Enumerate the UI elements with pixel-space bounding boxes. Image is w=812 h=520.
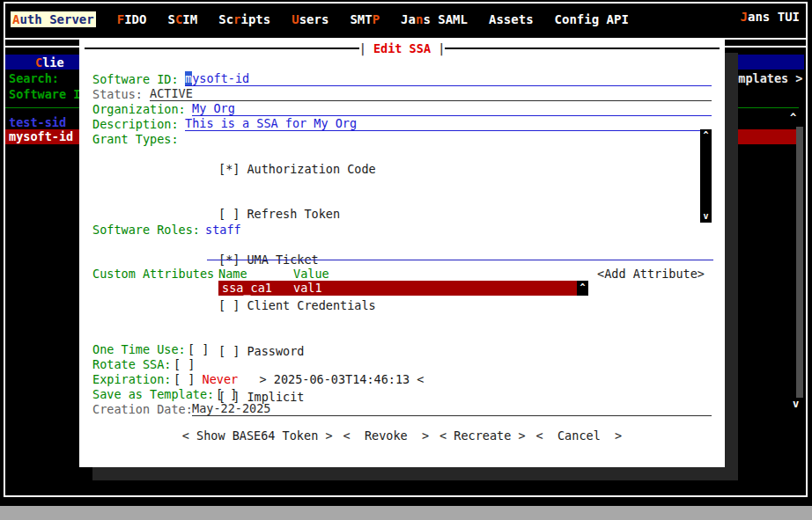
software-roles-field-underline [207, 260, 713, 260]
hotkey-letter: r [233, 12, 240, 26]
rotate-ssa-label: Rotate SSA: [92, 357, 173, 371]
checkbox-glyph: [ ] [218, 207, 240, 221]
menu-item-jans-saml[interactable]: Jans SAML [401, 12, 468, 26]
rotate-ssa-checkbox[interactable]: [ ] [173, 357, 195, 371]
software-id-value[interactable]: mysoft-id [185, 71, 712, 86]
field-status: Status: ACTIVE [92, 86, 712, 101]
organization-value[interactable]: My Org [192, 101, 712, 116]
menu-item-config-api[interactable]: Config API [555, 12, 629, 26]
field-creation-date: Creation Date: May-22-2025 [92, 401, 712, 416]
dialog-button-row: < Show BASE64 Token > < Revoke > < Recre… [92, 428, 712, 443]
hotkey-letter: P [373, 12, 380, 26]
checkbox-client-credentials[interactable]: [ ]Client Credentials [218, 298, 376, 313]
custom-attributes-header: Custom Attributes Name Value <Add Attrib… [79, 267, 725, 282]
menu-item-auth-server[interactable]: Auth Server [11, 11, 96, 27]
field-save-as-template: Save as Template: [ ] [92, 386, 712, 401]
tab-hotkey-letter: C [35, 55, 42, 70]
software-id-label: Software ID: [92, 72, 185, 86]
attr-name-header: Name [218, 267, 247, 281]
menu-item-scim[interactable]: SCIM [167, 12, 197, 26]
app-brand: Jans TUI [741, 10, 800, 24]
software-id-column-label: Software I [9, 87, 80, 101]
attr-value-header: Value [293, 267, 329, 281]
title-rule-right [445, 48, 720, 49]
creation-date-value: May-22-2025 [192, 401, 712, 416]
field-organization[interactable]: Organization: My Org [92, 101, 712, 116]
software-roles-label: Software Roles: [92, 223, 205, 237]
checkbox-glyph: [ ] [218, 298, 240, 312]
search-label: Search: [9, 71, 59, 85]
menu-item-smtp[interactable]: SMTP [350, 12, 380, 26]
save-as-template-checkbox[interactable]: [ ] [216, 387, 237, 401]
creation-date-label: Creation Date: [92, 402, 192, 416]
attr-value-cell: val1 [293, 281, 322, 296]
field-grant-types: Grant Types: [92, 131, 712, 146]
attr-name-cell: ssa_ca1 [222, 281, 293, 296]
cancel-button[interactable]: < Cancel > [536, 428, 623, 443]
one-time-use-checkbox[interactable]: [ ] [188, 342, 209, 356]
grant-types-scrollbar[interactable]: ^ v [700, 129, 712, 223]
field-description[interactable]: Description: This is a SSA for My Org [92, 116, 712, 131]
status-bar [0, 506, 812, 520]
list-scrollbar-track[interactable] [796, 127, 803, 398]
scroll-up-icon[interactable]: ^ [700, 130, 712, 141]
menu-item-scripts[interactable]: Scripts [218, 12, 270, 26]
checkbox-authorization-code[interactable]: [*]Authorization Code [218, 162, 376, 177]
tab-clients[interactable]: Clie [35, 55, 64, 70]
list-item-test-sid[interactable]: test-sid [9, 115, 66, 129]
expiration-never-label: Never [203, 372, 239, 386]
scroll-down-icon[interactable]: v [700, 211, 712, 222]
text-cursor: m [185, 71, 192, 85]
description-label: Description: [92, 117, 185, 131]
status-value: ACTIVE [150, 86, 712, 101]
status-label: Status: [92, 87, 150, 101]
terminal-screen: Auth Server FIDO SCIM Scripts Users SMTP… [0, 0, 812, 520]
save-as-template-label: Save as Template: [92, 387, 216, 401]
menu-item-assets[interactable]: Assets [489, 12, 534, 26]
expiration-never-checkbox[interactable]: [ ] [173, 372, 195, 386]
one-time-use-label: One Time Use: [92, 342, 188, 356]
attributes-scroll-up-icon[interactable]: ^ [577, 281, 588, 296]
expiration-date-picker[interactable]: > 2025-06-03T14:46:13 < [260, 372, 424, 386]
checkbox-glyph: [*] [218, 162, 240, 176]
description-value[interactable]: This is a SSA for My Org [185, 116, 712, 131]
top-menu-bar: Auth Server FIDO SCIM Scripts Users SMTP… [11, 10, 800, 29]
edit-ssa-dialog: | Edit SSA | Software ID: mysoft-id Stat… [79, 40, 725, 467]
revoke-button[interactable]: < Revoke > [343, 428, 430, 443]
field-rotate-ssa: Rotate SSA: [ ] [92, 356, 712, 371]
recreate-button[interactable]: < Recreate > [439, 428, 526, 443]
title-rule-left [85, 48, 359, 49]
attribute-row-selected[interactable]: ssa_ca1 val1 [218, 281, 577, 296]
menu-item-fido[interactable]: FIDO [117, 12, 147, 26]
brand-hotkey-letter: J [741, 10, 748, 24]
organization-label: Organization: [92, 102, 192, 116]
menu-item-users[interactable]: Users [292, 12, 328, 26]
show-base64-token-button[interactable]: < Show BASE64 Token > [182, 428, 333, 443]
list-scroll-down-icon[interactable]: v [793, 398, 799, 410]
add-attribute-button[interactable]: <Add Attribute> [597, 267, 705, 281]
dialog-title: Edit SSA [373, 41, 431, 55]
expiration-label: Expiration: [92, 372, 173, 386]
field-software-roles[interactable]: Software Roles: staff [92, 222, 712, 237]
checkbox-refresh-token[interactable]: [ ]Refresh Token [218, 207, 376, 222]
list-scroll-up-icon[interactable]: ^ [790, 112, 796, 124]
hotkey-letter: F [117, 12, 124, 26]
field-software-id[interactable]: Software ID: mysoft-id [92, 71, 712, 86]
hotkey-letter: U [292, 12, 299, 26]
custom-attributes-label: Custom Attributes [92, 267, 214, 281]
dialog-title-bar: | Edit SSA | [85, 41, 720, 55]
software-roles-value[interactable]: staff [205, 223, 241, 237]
grant-types-label: Grant Types: [92, 132, 179, 146]
field-expiration: Expiration: [ ] Never > 2025-06-03T14:46… [92, 371, 712, 386]
field-one-time-use: One Time Use: [ ] [92, 341, 712, 356]
